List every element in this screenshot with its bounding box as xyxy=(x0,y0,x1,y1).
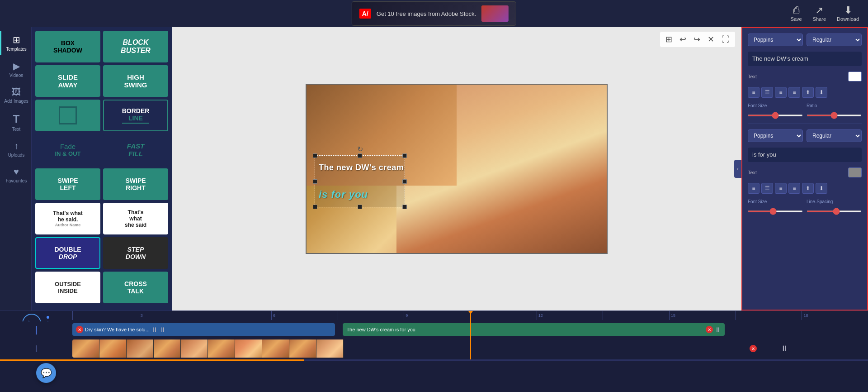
text-preview-2[interactable]: is for you xyxy=(748,148,862,162)
adobe-banner[interactable]: A/ Get 10 free images from Adobe Stock. xyxy=(352,1,516,26)
font-family-select-1[interactable]: Poppins xyxy=(748,33,803,46)
template-block-buster[interactable]: BLOCKBUSTER xyxy=(103,31,168,62)
template-cross-talk[interactable]: CROSSTALK xyxy=(103,272,168,303)
ruler-mark-12: 12 xyxy=(537,311,603,320)
align-bottom-btn-2[interactable]: ⬇ xyxy=(816,183,827,194)
handle-middle-left[interactable] xyxy=(313,179,317,184)
text-selection-box[interactable]: ↻ The new DW's cream is for you xyxy=(315,155,405,207)
template-border-line[interactable]: BORDERLINE xyxy=(103,100,168,131)
align-justify-btn-2[interactable]: ≡ xyxy=(788,183,800,194)
template-fade-in-out[interactable]: FadeIN & OUT xyxy=(35,134,100,166)
share-button[interactable]: ↗ Share xyxy=(813,5,826,22)
chat-icon: 💬 xyxy=(41,368,52,378)
panel-toggle-button[interactable]: ‹ xyxy=(734,160,741,178)
add-images-icon: 🖼 xyxy=(12,87,21,97)
playhead[interactable] xyxy=(470,311,471,321)
fullscreen-button[interactable]: ⛶ xyxy=(720,34,731,45)
handle-bottom-middle[interactable] xyxy=(358,205,362,209)
template-box-shadow[interactable]: BOXSHADOW xyxy=(35,31,100,62)
template-slide-away[interactable]: SLIDEAWAY xyxy=(35,65,100,97)
right-properties-panel: Poppins Regular The new DW's cream Text … xyxy=(741,27,868,311)
grid-view-button[interactable]: ⊞ xyxy=(664,33,674,45)
template-swipe-right[interactable]: SWIPERIGHT xyxy=(103,168,168,200)
audio-segment-1-pause[interactable]: ⏸ xyxy=(151,326,158,333)
ruler-mark-0 xyxy=(72,311,139,320)
undo-button[interactable]: ↩ xyxy=(678,33,688,45)
align-justify-btn-1[interactable]: ≡ xyxy=(788,87,800,98)
font-size-label-2: Font Size xyxy=(748,199,803,204)
audio-segment-1[interactable]: ✕ Dry skin? We have the solu... ⏸ ⏸ xyxy=(72,323,335,336)
template-thats-what-she[interactable]: That'swhatshe said xyxy=(103,203,168,234)
audio-segment-1-close[interactable]: ✕ xyxy=(76,326,83,333)
main-content: ⊞ Templates ▶ Videos 🖼 Add Images T Text… xyxy=(0,27,868,311)
sidebar-item-label-favourites: Favourites xyxy=(6,178,27,183)
rotate-handle[interactable]: ↻ xyxy=(357,145,363,153)
sidebar-item-text[interactable]: T Text xyxy=(0,109,31,135)
video-track-close[interactable]: ✕ xyxy=(750,345,757,352)
bottom-timeline: ▶ 3 6 9 12 15 18 xyxy=(0,311,868,392)
audio-segment-1-handle[interactable]: ⏸ xyxy=(160,326,166,333)
template-swipe-left[interactable]: SWIPELEFT xyxy=(35,168,100,200)
timeline-track-audio-content: ✕ Dry skin? We have the solu... ⏸ ⏸ The … xyxy=(72,321,868,338)
color-swatch-2[interactable] xyxy=(848,167,862,177)
top-bar-actions: ⎙ Save ↗ Share ⬇ Download xyxy=(791,5,859,22)
video-thumb-10 xyxy=(316,339,344,358)
font-style-select-2[interactable]: Regular xyxy=(807,129,862,142)
chat-bubble-button[interactable]: 💬 xyxy=(36,363,56,383)
templates-panel: BOXSHADOW BLOCKBUSTER SLIDEAWAY HIGHSWIN… xyxy=(32,27,172,311)
download-label: Download xyxy=(837,16,859,22)
font-family-select-2[interactable]: Poppins xyxy=(748,129,803,142)
align-center-btn-1[interactable]: ☰ xyxy=(761,87,773,98)
redo-button[interactable]: ↪ xyxy=(692,33,702,45)
align-left-btn-2[interactable]: ≡ xyxy=(748,183,760,194)
template-square[interactable] xyxy=(35,100,100,131)
align-left-btn-1[interactable]: ≡ xyxy=(748,87,760,98)
download-button[interactable]: ⬇ Download xyxy=(837,5,859,22)
handle-top-middle[interactable] xyxy=(358,153,362,158)
sidebar-item-label-text: Text xyxy=(12,127,20,132)
handle-middle-right[interactable] xyxy=(402,179,407,184)
template-step-down[interactable]: STEPDOWN xyxy=(103,237,168,269)
template-double-drop[interactable]: DOUBLEDROP xyxy=(35,237,100,269)
ruler-mark-10 xyxy=(470,311,537,320)
align-right-btn-1[interactable]: ≡ xyxy=(775,87,787,98)
sidebar-item-uploads[interactable]: ↑ Uploads xyxy=(0,137,31,161)
templates-icon: ⊞ xyxy=(13,34,20,45)
align-right-btn-2[interactable]: ≡ xyxy=(775,183,787,194)
video-thumb-9 xyxy=(289,339,316,358)
handle-bottom-left[interactable] xyxy=(313,205,317,209)
align-bottom-btn-1[interactable]: ⬇ xyxy=(816,87,827,98)
template-outside-inside[interactable]: OUTSIDEINSIDE xyxy=(35,272,100,303)
handle-bottom-right[interactable] xyxy=(402,205,407,209)
video-canvas: ↻ The new DW's cream is for you xyxy=(306,84,608,254)
color-swatch-1[interactable] xyxy=(848,72,862,81)
video-thumbnail-strip[interactable] xyxy=(72,339,749,358)
audio-segment-2[interactable]: The new DW's cream is for you ✕ ⏸ xyxy=(343,323,725,336)
ratio-slider-1[interactable] xyxy=(807,115,862,116)
handle-top-right[interactable] xyxy=(402,153,407,158)
line-spacing-slider[interactable] xyxy=(807,210,862,212)
save-button[interactable]: ⎙ Save xyxy=(791,5,802,22)
top-bar: A/ Get 10 free images from Adobe Stock. … xyxy=(0,0,868,27)
sidebar-item-add-images[interactable]: 🖼 Add Images xyxy=(0,83,31,107)
sidebar-item-label-add-images: Add Images xyxy=(4,99,28,104)
template-fast-fill[interactable]: FASTFILL xyxy=(103,134,168,166)
font-size-slider-1[interactable] xyxy=(748,115,803,116)
align-center-btn-2[interactable]: ☰ xyxy=(761,183,773,194)
template-high-swing[interactable]: HIGHSWING xyxy=(103,65,168,97)
handle-top-left[interactable] xyxy=(313,153,317,158)
close-canvas-button[interactable]: ✕ xyxy=(706,33,716,45)
audio-segment-2-pause[interactable]: ⏸ xyxy=(715,326,721,333)
align-top-btn-2[interactable]: ⬆ xyxy=(802,183,814,194)
font-style-select-1[interactable]: Regular xyxy=(807,33,862,46)
sidebar-item-favourites[interactable]: ♥ Favourites xyxy=(0,163,31,187)
font-size-slider-2[interactable] xyxy=(748,210,803,212)
text-preview-1[interactable]: The new DW's cream xyxy=(748,52,862,66)
audio-segment-2-close[interactable]: ✕ xyxy=(706,326,713,333)
timeline-track-video: | ✕ ⏸ xyxy=(0,338,868,359)
align-top-btn-1[interactable]: ⬆ xyxy=(802,87,814,98)
template-thats-what-he[interactable]: That's whathe said.Author Name xyxy=(35,203,100,234)
sidebar-item-templates[interactable]: ⊞ Templates xyxy=(0,31,31,55)
video-track-handle[interactable]: ⏸ xyxy=(780,344,788,354)
sidebar-item-videos[interactable]: ▶ Videos xyxy=(0,57,31,81)
